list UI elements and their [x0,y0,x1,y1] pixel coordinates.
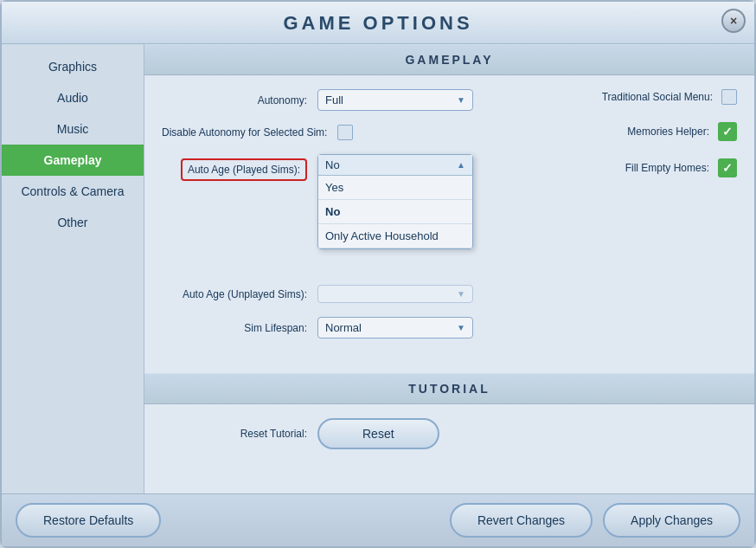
auto-age-played-arrow-icon: ▲ [457,160,465,170]
reset-tutorial-label: Reset Tutorial: [162,428,317,440]
memories-helper-row: Memories Helper: ✓ [602,122,737,141]
auto-age-unplayed-label: Auto Age (Unplayed Sims): [162,288,317,300]
auto-age-unplayed-dropdown[interactable]: ▼ [317,285,473,303]
tutorial-section-header: Tutorial [144,373,754,404]
reset-tutorial-row: Reset Tutorial: Reset [162,418,737,449]
sim-lifespan-row: Sim Lifespan: Normal ▼ [162,317,737,338]
title-bar: Game Options × [2,2,754,44]
restore-defaults-button[interactable]: Restore Defaults [16,503,161,538]
fill-empty-homes-checkbox[interactable]: ✓ [718,158,737,177]
autonomy-dropdown[interactable]: Full ▼ [317,89,473,111]
auto-age-option-no[interactable]: No [318,200,472,224]
auto-age-option-yes[interactable]: Yes [318,176,472,200]
sim-lifespan-label: Sim Lifespan: [162,322,317,334]
sidebar: Graphics Audio Music Gameplay Controls &… [2,44,144,493]
sidebar-item-graphics[interactable]: Graphics [2,51,144,82]
close-button[interactable]: × [721,9,746,33]
sidebar-item-music[interactable]: Music [2,113,144,145]
reset-tutorial-button[interactable]: Reset [317,418,439,449]
content-area: Graphics Audio Music Gameplay Controls &… [2,44,754,493]
sidebar-item-audio[interactable]: Audio [2,82,144,113]
right-settings: Traditional Social Menu: Memories Helper… [602,89,737,177]
sim-lifespan-arrow-icon: ▼ [457,323,465,332]
traditional-social-menu-label: Traditional Social Menu: [602,91,713,103]
sidebar-item-other[interactable]: Other [2,207,144,238]
fill-empty-homes-label: Fill Empty Homes: [625,162,709,174]
auto-age-played-value: No [325,158,340,171]
main-window: Game Options × Graphics Audio Music Game… [0,0,756,548]
sidebar-item-controls-camera[interactable]: Controls & Camera [2,176,144,207]
fill-empty-homes-row: Fill Empty Homes: ✓ [602,158,737,177]
sim-lifespan-value: Normal [325,321,362,334]
bottom-right-buttons: Revert Changes Apply Changes [450,503,740,538]
disable-autonomy-checkbox[interactable] [337,125,353,140]
tutorial-section: Tutorial Reset Tutorial: Reset [144,373,754,477]
page-title: Game Options [36,12,720,35]
main-panel: Gameplay Autonomy: Full ▼ Disable Autono… [144,44,754,493]
memories-helper-checkbox[interactable]: ✓ [718,122,737,141]
auto-age-played-dropdown-open[interactable]: No ▲ Yes No Only Active Household [317,154,473,249]
auto-age-unplayed-arrow-icon: ▼ [457,289,465,299]
revert-changes-button[interactable]: Revert Changes [450,503,593,538]
autonomy-label: Autonomy: [162,94,317,106]
apply-changes-button[interactable]: Apply Changes [603,503,740,538]
bottom-bar: Restore Defaults Revert Changes Apply Ch… [2,493,754,546]
auto-age-unplayed-row: Auto Age (Unplayed Sims): ▼ [162,285,737,303]
auto-age-played-label: Auto Age (Played Sims): [162,154,317,181]
autonomy-arrow-icon: ▼ [457,95,465,105]
memories-helper-label: Memories Helper: [627,126,709,138]
sidebar-item-gameplay[interactable]: Gameplay [2,145,144,176]
gameplay-settings-area: Autonomy: Full ▼ Disable Autonomy for Se… [144,75,754,366]
auto-age-option-only-active[interactable]: Only Active Household [318,224,472,248]
sim-lifespan-dropdown[interactable]: Normal ▼ [317,317,473,338]
gameplay-section-header: Gameplay [144,44,754,75]
tutorial-settings-area: Reset Tutorial: Reset [144,404,754,477]
disable-autonomy-label: Disable Autonomy for Selected Sim: [162,126,337,139]
traditional-social-menu-row: Traditional Social Menu: [602,89,737,105]
auto-age-played-selected[interactable]: No ▲ [318,155,472,176]
autonomy-value: Full [325,93,343,106]
traditional-social-menu-checkbox[interactable] [721,89,737,105]
